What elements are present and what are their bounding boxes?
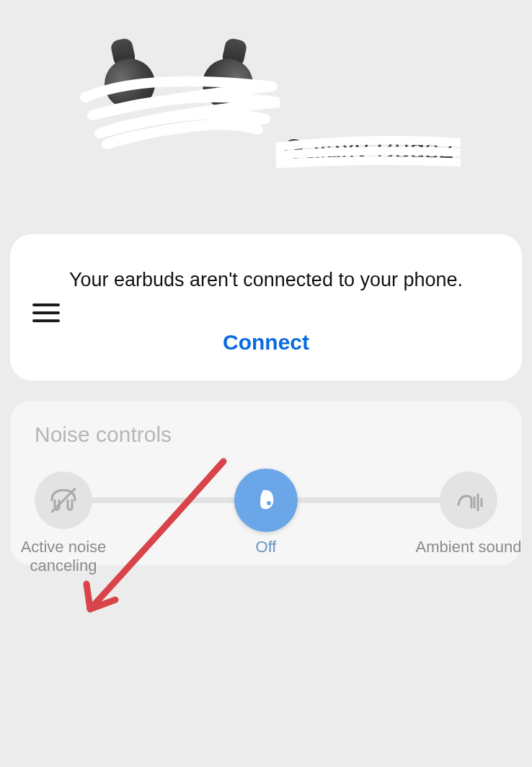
menu-button[interactable]: [32, 299, 60, 327]
anc-option[interactable]: [35, 471, 92, 529]
noise-controls-slider: Active noise canceling Off Ambient sound: [35, 471, 497, 558]
ambient-option[interactable]: [440, 471, 497, 529]
device-name-text: Galaxy Buds2: [283, 134, 454, 164]
device-name-label: Galaxy Buds2: [283, 134, 454, 165]
ambient-label: Ambient sound: [404, 538, 532, 557]
anc-label: Active noise canceling: [0, 538, 128, 576]
noise-controls-card: Noise controls Active noise canceling Of…: [10, 401, 522, 565]
earbuds-image: [78, 43, 280, 159]
earbud-right-icon: [187, 53, 258, 135]
anc-icon: [48, 484, 79, 516]
noise-controls-title: Noise controls: [35, 422, 497, 447]
off-label: Off: [201, 538, 331, 557]
earbud-off-icon: [250, 484, 282, 516]
hamburger-icon: [32, 303, 60, 306]
device-hero: Galaxy Buds2: [0, 0, 532, 165]
connect-button[interactable]: Connect: [223, 330, 309, 355]
connection-status-card: Your earbuds aren't connected to your ph…: [10, 234, 522, 381]
svg-point-1: [267, 501, 271, 505]
ambient-icon: [453, 484, 484, 516]
off-option[interactable]: [234, 469, 298, 532]
earbud-left-icon: [100, 53, 172, 135]
connection-status-text: Your earbuds aren't connected to your ph…: [27, 269, 505, 291]
